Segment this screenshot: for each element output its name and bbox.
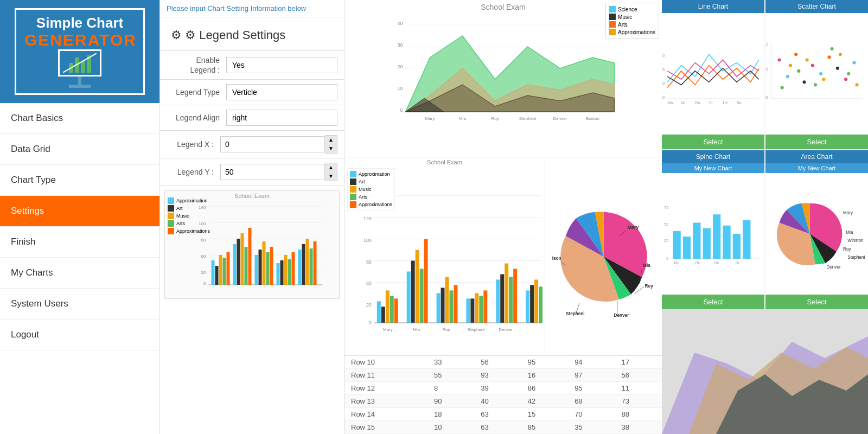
legend-y-input[interactable] bbox=[220, 164, 325, 180]
svg-text:0: 0 bbox=[400, 107, 403, 113]
monitor-base bbox=[69, 85, 91, 88]
spine-chart-svg: 75 50 25 0 Ma Ro De bbox=[662, 173, 764, 295]
sidebar-item-data-grid[interactable]: Data Grid bbox=[0, 134, 159, 165]
svg-text:100: 100 bbox=[363, 238, 372, 243]
right-bottom-preview bbox=[662, 309, 868, 434]
spine-chart-select-button[interactable]: Select bbox=[662, 295, 764, 309]
svg-rect-161 bbox=[683, 237, 691, 259]
svg-text:Mary: Mary bbox=[843, 210, 853, 215]
svg-point-140 bbox=[844, 78, 847, 81]
logo-box: Simple Chart GENERATOR bbox=[15, 8, 145, 95]
sidebar-item-my-charts[interactable]: My Charts bbox=[0, 258, 159, 289]
data-table-container: Row 103356959417Row 115593169756Row 1283… bbox=[344, 355, 662, 434]
main-bar-chart-container: School Exam Approximation Art Music Arts… bbox=[344, 157, 545, 355]
svg-text:Ma: Ma bbox=[667, 101, 673, 105]
legend-y-spinner: ▲ ▼ bbox=[220, 163, 337, 181]
enable-legend-input[interactable] bbox=[226, 57, 337, 73]
pie-chart-svg: Mary Mia Roy Denver Stepheni ison bbox=[545, 164, 662, 349]
svg-text:Stepheni: Stepheni bbox=[847, 255, 865, 260]
svg-rect-72 bbox=[377, 301, 381, 323]
svg-text:Mary: Mary bbox=[628, 225, 639, 230]
svg-rect-97 bbox=[500, 274, 504, 323]
logo-area: Simple Chart GENERATOR bbox=[0, 0, 159, 103]
svg-text:Stepheni: Stepheni bbox=[519, 116, 537, 121]
scatter-chart-card: Scatter Chart bbox=[765, 0, 868, 149]
legend-type-label: Legend Type bbox=[167, 87, 226, 97]
svg-text:Mary: Mary bbox=[425, 116, 435, 121]
legend-type-row: Legend Type bbox=[160, 80, 344, 105]
app-subtitle: GENERATOR bbox=[24, 31, 135, 49]
legend-align-input[interactable] bbox=[226, 110, 337, 126]
svg-rect-23 bbox=[255, 255, 258, 285]
gear-icon: ⚙ bbox=[171, 28, 182, 42]
svg-text:75: 75 bbox=[662, 68, 665, 72]
svg-rect-19 bbox=[237, 239, 240, 285]
svg-text:Denver: Denver bbox=[553, 116, 567, 121]
svg-text:St: St bbox=[709, 101, 713, 105]
app-title: Simple Chart bbox=[24, 15, 135, 31]
area-chart-select-button[interactable]: Select bbox=[765, 295, 868, 309]
sidebar-item-logout[interactable]: Logout bbox=[0, 320, 159, 350]
legend-x-down-button[interactable]: ▼ bbox=[325, 144, 337, 153]
table-row: Row 139040426873 bbox=[344, 395, 662, 408]
svg-rect-74 bbox=[386, 290, 390, 323]
svg-rect-84 bbox=[437, 293, 441, 323]
spine-chart-area: 75 50 25 0 Ma Ro De bbox=[662, 173, 764, 295]
svg-text:40: 40 bbox=[662, 81, 665, 86]
svg-rect-31 bbox=[288, 259, 291, 285]
sidebar-item-finish[interactable]: Finish bbox=[0, 227, 159, 258]
svg-rect-21 bbox=[245, 247, 248, 285]
right-cards-grid: Line Chart Ma Mi Ro St De Bo bbox=[662, 0, 868, 309]
area-chart-card-svg: Mary Mia Roy Denver Stepheni Winston bbox=[765, 173, 868, 295]
svg-rect-165 bbox=[723, 226, 730, 259]
svg-text:-30: -30 bbox=[662, 95, 665, 100]
scatter-chart-area: 110 75 -38 bbox=[765, 13, 868, 135]
line-chart-area: Ma Mi Ro St De Bo 110 75 40 -30 bbox=[662, 13, 764, 135]
svg-rect-93 bbox=[479, 296, 483, 323]
svg-text:Roy: Roy bbox=[644, 283, 653, 288]
svg-point-144 bbox=[814, 83, 817, 86]
line-chart-select-button[interactable]: Select bbox=[662, 135, 764, 149]
legend-x-up-button[interactable]: ▲ bbox=[325, 136, 337, 144]
svg-rect-162 bbox=[693, 223, 700, 259]
svg-text:Winston: Winston bbox=[847, 238, 863, 243]
svg-text:Roy: Roy bbox=[442, 327, 450, 332]
svg-rect-35 bbox=[306, 239, 309, 285]
svg-rect-79 bbox=[411, 261, 415, 323]
sidebar-item-chart-type[interactable]: Chart Type bbox=[0, 165, 159, 196]
monitor-stand bbox=[78, 76, 81, 85]
svg-rect-104 bbox=[534, 279, 538, 323]
table-row: Row 141863157088 bbox=[344, 408, 662, 421]
scatter-chart-svg: 110 75 -38 bbox=[765, 13, 868, 135]
svg-rect-96 bbox=[496, 279, 500, 323]
svg-point-135 bbox=[802, 80, 806, 84]
sidebar-item-chart-basics[interactable]: Chart Basics bbox=[0, 103, 159, 134]
svg-text:ison: ison bbox=[552, 256, 561, 261]
legend-align-label: Legend Align bbox=[167, 113, 226, 123]
svg-text:Stepheni: Stepheni bbox=[468, 327, 485, 332]
svg-text:0: 0 bbox=[369, 320, 372, 326]
scatter-chart-select-button[interactable]: Select bbox=[765, 135, 868, 149]
svg-rect-164 bbox=[713, 214, 720, 259]
svg-point-146 bbox=[847, 72, 850, 75]
sidebar-item-system-users[interactable]: System Users bbox=[0, 289, 159, 320]
area-chart-card-header: Area Chart bbox=[765, 150, 868, 163]
legend-y-down-button[interactable]: ▼ bbox=[325, 172, 337, 181]
svg-text:0: 0 bbox=[666, 257, 668, 261]
svg-text:75: 75 bbox=[765, 68, 768, 72]
svg-rect-18 bbox=[233, 244, 237, 285]
svg-point-138 bbox=[827, 55, 831, 59]
logo-monitor-icon bbox=[58, 49, 101, 76]
svg-text:Boston: Boston bbox=[586, 116, 599, 121]
svg-text:De: De bbox=[723, 101, 727, 105]
legend-x-input[interactable] bbox=[220, 136, 325, 152]
svg-rect-16 bbox=[223, 258, 226, 285]
legend-y-up-button[interactable]: ▲ bbox=[325, 163, 337, 172]
svg-text:Ro: Ro bbox=[695, 101, 700, 105]
main-content: Please input Chart Setting Information b… bbox=[160, 0, 662, 434]
svg-text:20: 20 bbox=[366, 302, 372, 308]
legend-type-input[interactable] bbox=[226, 84, 337, 100]
sidebar-item-settings[interactable]: Settings bbox=[0, 196, 159, 227]
svg-point-145 bbox=[831, 47, 834, 50]
svg-point-151 bbox=[856, 83, 859, 86]
